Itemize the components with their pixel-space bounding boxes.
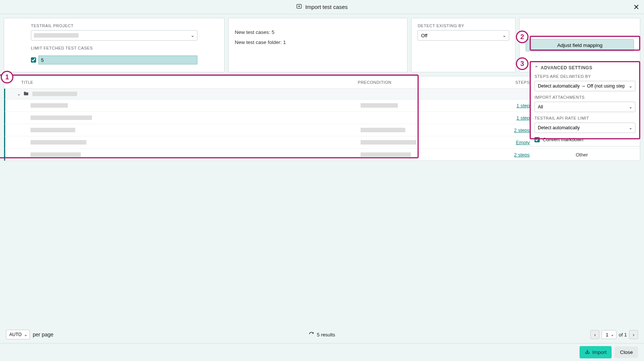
adjust-field-mapping-button[interactable]: Adjust field mapping — [526, 39, 634, 51]
expand-chevron-icon[interactable]: ⌄ — [17, 92, 20, 96]
row-title-placeholder — [31, 152, 81, 157]
col-precondition: PRECONDITION — [358, 80, 492, 85]
new-folder-count: New test case folder: 1 — [235, 39, 401, 45]
steps-link[interactable]: 1 step — [517, 103, 530, 108]
collapse-chevron-icon[interactable]: ⌃ — [534, 65, 539, 70]
annotation-badge-2: 2 — [516, 31, 529, 43]
import-attach-select[interactable]: All — [534, 102, 635, 112]
advanced-settings-title: ADVANCED SETTINGS — [541, 65, 593, 70]
summary-panel: New test cases: 5 New test case folder: … — [228, 18, 407, 72]
row-title-placeholder — [31, 103, 68, 108]
table-row[interactable]: 2 steps Other — [4, 149, 640, 161]
row-type: Other — [576, 152, 588, 158]
folder-name-placeholder — [32, 92, 77, 96]
annotation-badge-3: 3 — [516, 57, 529, 70]
row-title-placeholder — [31, 128, 75, 132]
limit-input[interactable] — [38, 56, 197, 64]
advanced-settings-panel: ⌃ ADVANCED SETTINGS STEPS ARE DELIMITED … — [530, 61, 640, 146]
import-attach-label: IMPORT ATTACHMENTS — [534, 95, 635, 99]
col-steps: STEPS — [492, 80, 530, 85]
steps-link[interactable]: 2 steps — [514, 127, 530, 133]
detect-select[interactable]: Off — [418, 30, 509, 41]
steps-link[interactable]: 2 steps — [514, 152, 530, 158]
steps-link[interactable]: 1 step — [517, 115, 530, 121]
steps-delim-label: STEPS ARE DELIMITED BY — [534, 74, 635, 79]
rate-limit-select[interactable]: Detect automatically — [534, 123, 635, 133]
detect-panel: DETECT EXISTING BY Off ⌄ — [411, 18, 515, 72]
row-precondition-placeholder — [361, 103, 398, 108]
folder-icon — [23, 91, 29, 97]
row-title-placeholder — [31, 140, 86, 145]
dialog-title: Import test cases — [305, 4, 348, 10]
steps-link[interactable]: Empty — [516, 140, 530, 145]
convert-markdown-checkbox[interactable] — [534, 137, 540, 142]
detect-label: DETECT EXISTING BY — [418, 23, 509, 28]
project-panel: TESTRAIL PROJECT .panel-1 .select-wrap .… — [4, 18, 225, 72]
row-precondition-placeholder — [361, 152, 411, 157]
row-precondition-placeholder — [361, 140, 416, 145]
project-placeholder — [34, 33, 79, 38]
limit-label: LIMIT FETCHED TEST CASES — [31, 46, 197, 50]
convert-markdown-label: Convert markdown — [543, 137, 583, 142]
project-label: TESTRAIL PROJECT — [31, 23, 197, 28]
row-precondition-placeholder — [361, 128, 405, 132]
new-testcases-count: New test cases: 5 — [235, 29, 401, 35]
dialog-header: Import test cases ✕ — [0, 0, 644, 14]
import-icon — [296, 3, 302, 10]
row-title-placeholder — [31, 115, 92, 120]
col-title: TITLE — [10, 80, 358, 85]
steps-delim-select[interactable]: Detect automatically → Off (not using st… — [534, 81, 635, 91]
rate-limit-label: TESTRAIL API RATE LIMIT — [534, 116, 635, 120]
limit-checkbox[interactable] — [31, 57, 36, 63]
annotation-badge-1: 1 — [1, 71, 13, 83]
close-icon[interactable]: ✕ — [633, 3, 640, 12]
